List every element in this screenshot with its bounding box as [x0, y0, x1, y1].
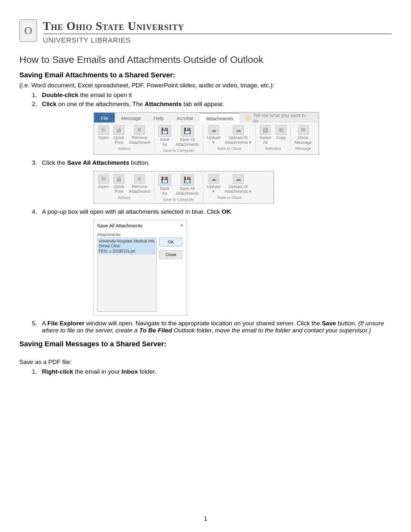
- s2-step1-end: folder.: [138, 368, 156, 375]
- step-5-c: window will open. Navigate to the approp…: [84, 320, 322, 327]
- save-icon: 💾: [158, 174, 171, 186]
- dialog-title: Save All Attachments: [97, 223, 142, 228]
- step-2: Click on one of the attachments. The Att…: [39, 101, 392, 108]
- ribbon2-upload-button[interactable]: ☁ Upload ▾: [206, 173, 221, 194]
- open-icon: ⎘: [98, 125, 109, 135]
- osu-logo-icon: O: [19, 19, 37, 42]
- page-title: How to Save Emails and Attachments Outsi…: [19, 54, 392, 65]
- ribbon-group-actions: ⎘ Open 🖨 Quick Print ✕ Remove Attachment: [94, 124, 154, 152]
- ribbon2-save-all-attachments-button[interactable]: 💾 Save All Attachments: [174, 173, 200, 196]
- step-1: Double-click the email to open it: [39, 92, 392, 99]
- step-4-bold: OK: [222, 208, 231, 215]
- ribbon2-upload-all-button[interactable]: ☁ Upload All Attachments ▾: [223, 173, 253, 194]
- printer-icon: 🖨: [113, 174, 124, 184]
- step-3-bold: Save All Attachments: [67, 159, 129, 166]
- dialog-ok-button[interactable]: OK: [159, 238, 182, 246]
- step-2-mid: on one of the attachments. The: [56, 101, 144, 107]
- dialog-close-button-2[interactable]: Close: [159, 250, 182, 259]
- ribbon-quick-print-button[interactable]: 🖨 Quick Print: [112, 124, 126, 145]
- ribbon-group-save-cloud: ☁ Upload ▾ ☁ Upload All Attachments ▾ Sa…: [203, 124, 256, 152]
- section-saving-attachments-title: Saving Email Attachments to a Shared Ser…: [19, 71, 392, 79]
- section2-step-1: Right-click the email in your Inbox fold…: [39, 368, 392, 375]
- cloud-upload-all-icon: ☁: [233, 125, 244, 135]
- ribbon2-save-as-button[interactable]: 💾 Save As: [157, 173, 172, 196]
- s2-step1-bold2: Inbox: [122, 368, 138, 375]
- ribbon2-group-save-cloud-label: Save to Cloud: [206, 195, 253, 200]
- step-5-b: File Explorer: [47, 320, 84, 327]
- page-number: 1: [0, 516, 411, 522]
- section-saving-messages-title: Saving Email Messages to a Shared Server…: [19, 340, 392, 348]
- ribbon-group-save-computer: 💾 Save As 💾 Save All Attachments Save to…: [154, 124, 203, 153]
- ribbon2-group-save-computer: 💾 Save As 💾 Save All Attachments Save to…: [154, 173, 203, 202]
- ribbon-save-all-attachments-button[interactable]: 💾 Save All Attachments: [174, 124, 200, 147]
- s2-step1-mid: the email in your: [73, 368, 122, 375]
- ribbon-upload-all-button[interactable]: ☁ Upload All Attachments ▾: [223, 124, 253, 145]
- step-3: Click the Save All Attachments button.: [39, 159, 392, 166]
- step-2-bold2: Attachments: [145, 101, 182, 107]
- step-5-it-bold: To Be Filed: [139, 327, 172, 334]
- step-5-d: Save: [322, 320, 336, 327]
- ribbon-tab-file[interactable]: File: [94, 113, 115, 123]
- step-2-bold1: Click: [42, 101, 56, 107]
- dialog-attachments-label: Attachments:: [97, 232, 183, 237]
- ribbon2-remove-attachment-button[interactable]: ✕ Remove Attachment: [128, 173, 152, 194]
- ribbon-select-all-button[interactable]: ▤ Select All: [258, 124, 272, 145]
- ribbon-tab-attachments[interactable]: Attachments: [200, 113, 240, 123]
- ribbon-upload-button[interactable]: ☁ Upload ▾: [206, 124, 221, 145]
- ribbon2-group-save-cloud: ☁ Upload ▾ ☁ Upload All Attachments ▾ Sa…: [203, 173, 255, 201]
- save-all-icon: 💾: [181, 125, 194, 137]
- step-1-rest: the email to open it: [78, 92, 132, 98]
- dialog-close-button[interactable]: ×: [180, 222, 183, 229]
- remove-icon: ✕: [134, 174, 145, 184]
- ribbon-remove-attachment-button[interactable]: ✕ Remove Attachment: [128, 124, 152, 145]
- outlook-ribbon-figure-1: File Message Help Acrobat Attachments Te…: [93, 112, 319, 155]
- save-all-attachments-dialog: Save All Attachments × Attachments: Univ…: [93, 220, 187, 315]
- step-1-bold: Double-click: [42, 92, 78, 98]
- step-2-end: tab will appear.: [182, 101, 224, 107]
- step-3-a: Click the: [42, 159, 67, 166]
- ribbon2-group-actions: ⎘ Open 🖨 Quick Print ✕ Remove Attachment: [94, 173, 154, 201]
- ribbon-group-save-computer-label: Save to Computer: [157, 148, 200, 153]
- ribbon-open-button[interactable]: ⎘ Open: [97, 124, 110, 145]
- step-4-a: A pop-up box will open with all attachme…: [42, 208, 222, 215]
- step-5-a: A: [42, 320, 47, 327]
- ribbon-group-selection: ▤ Select All ⧉ Copy Selection: [256, 124, 291, 152]
- dialog-attachments-list[interactable]: University Hospitals Medical Info Dental…: [97, 238, 157, 312]
- tell-me-text: Tell me what you want to do: [253, 113, 312, 123]
- save-icon: 💾: [158, 125, 171, 137]
- select-all-icon: ▤: [260, 125, 271, 135]
- university-subunit: UNIVERSITY LIBRARIES: [43, 36, 392, 44]
- ribbon-group-selection-label: Selection: [258, 146, 288, 151]
- step-3-c: button.: [129, 159, 150, 166]
- dialog-list-selected-item[interactable]: University Hospitals Medical Info Dental…: [98, 239, 156, 254]
- ribbon2-group-save-computer-label: Save to Computer: [157, 197, 200, 202]
- ribbon-save-as-button[interactable]: 💾 Save As: [157, 124, 172, 147]
- open-icon: ⎘: [98, 174, 109, 184]
- document-header: O The Ohio State University UNIVERSITY L…: [19, 19, 392, 44]
- section2-sub: Save as a PDF file:: [19, 359, 392, 366]
- cloud-upload-icon: ☁: [208, 174, 219, 184]
- ribbon-show-message-button[interactable]: ✉ Show Message: [293, 124, 313, 145]
- ribbon-tab-message[interactable]: Message: [115, 113, 147, 123]
- ribbon2-open-button[interactable]: ⎘ Open: [97, 173, 110, 194]
- ribbon-tab-acrobat[interactable]: Acrobat: [170, 113, 200, 123]
- ribbon2-quick-print-button[interactable]: 🖨 Quick Print: [112, 173, 126, 194]
- printer-icon: 🖨: [113, 125, 124, 135]
- ribbon-tell-me[interactable]: Tell me what you want to do: [240, 113, 318, 123]
- step-5-e: button.: [336, 320, 358, 327]
- step-4-c: .: [231, 208, 232, 215]
- ribbon-group-actions-label: Actions: [97, 146, 152, 151]
- copy-icon: ⧉: [276, 125, 287, 135]
- step-4: A pop-up box will open with all attachme…: [39, 208, 392, 215]
- outlook-ribbon-figure-2: ⎘ Open 🖨 Quick Print ✕ Remove Attachment: [93, 171, 274, 204]
- ribbon2-group-actions-label: Actions: [97, 195, 152, 200]
- ribbon-copy-button[interactable]: ⧉ Copy: [274, 124, 288, 145]
- message-icon: ✉: [298, 125, 309, 135]
- section1-intro: (i.e. Word document, Excel spreadsheet, …: [19, 82, 392, 89]
- cloud-upload-all-icon: ☁: [233, 174, 244, 184]
- ribbon-tab-help[interactable]: Help: [147, 113, 170, 123]
- bulb-icon: [246, 116, 250, 120]
- ribbon-group-message-label: Message: [293, 146, 313, 151]
- step-5: A File Explorer window will open. Naviga…: [39, 320, 392, 334]
- university-name: The Ohio State University: [43, 19, 392, 34]
